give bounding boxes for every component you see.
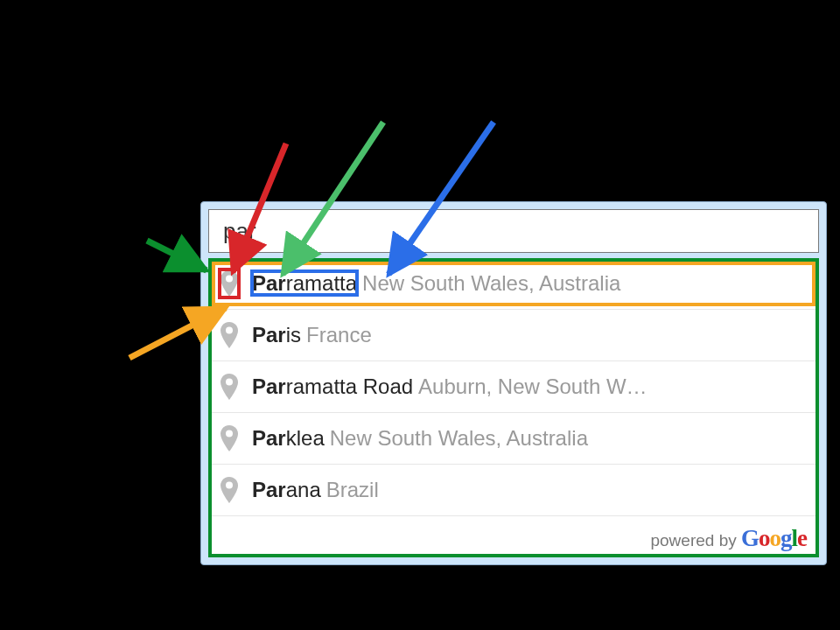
pin-icon [220,322,238,348]
suggestion-secondary: Auburn, New South W… [418,374,647,398]
svg-point-3 [226,430,233,438]
suggestions-dropdown: ParramattaNew South Wales, AustraliaPari… [208,258,819,557]
suggestion-secondary: France [306,323,372,346]
pin-icon [220,270,238,297]
suggestion-main: Parklea [252,426,325,450]
suggestion-secondary: Brazil [326,478,379,501]
suggestion-row[interactable]: ParanaBrazil [208,465,819,516]
attribution: powered by Google [208,516,819,557]
suggestion-main: Parana [252,478,321,501]
pin-icon [220,374,238,400]
suggestion-row[interactable]: Parramatta RoadAuburn, New South W… [208,361,819,413]
svg-point-0 [226,276,233,283]
search-field-container [208,209,819,253]
suggestion-text: ParramattaNew South Wales, Australia [252,271,808,297]
suggestion-secondary: New South Wales, Australia [330,426,588,450]
suggestion-main: Parramatta Road [252,374,413,398]
suggestion-text: ParisFrance [252,323,808,348]
suggestion-text: Parramatta RoadAuburn, New South W… [252,374,808,400]
autocomplete-panel: ParramattaNew South Wales, AustraliaPari… [200,201,827,565]
suggestion-text: ParkleaNew South Wales, Australia [252,426,808,452]
suggestion-row[interactable]: ParramattaNew South Wales, Australia [208,258,819,310]
attribution-prefix: powered by [650,531,741,550]
attribution-brand: Google [741,525,807,551]
pin-icon [220,425,238,452]
svg-point-4 [226,482,233,489]
pin-icon [220,477,238,503]
suggestion-main: Parramatta [252,271,357,295]
suggestion-secondary: New South Wales, Australia [362,271,620,295]
suggestion-row[interactable]: ParisFrance [208,310,819,361]
arrow-to-dropdown [147,241,206,270]
suggestion-text: ParanaBrazil [252,478,808,503]
search-input[interactable] [221,217,806,246]
suggestion-row[interactable]: ParkleaNew South Wales, Australia [208,413,819,465]
svg-point-1 [226,327,233,334]
svg-point-2 [226,379,233,386]
suggestion-main: Paris [252,323,301,346]
